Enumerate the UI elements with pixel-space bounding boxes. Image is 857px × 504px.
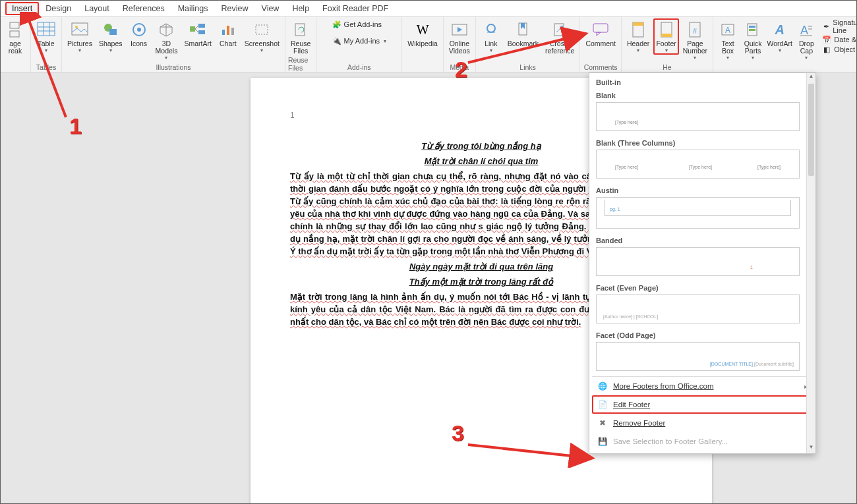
textbox-button[interactable]: AText Box xyxy=(716,18,740,62)
tab-references[interactable]: References xyxy=(116,1,171,16)
shapes-button[interactable]: Shapes xyxy=(96,18,125,55)
scroll-up-icon[interactable]: ▲ xyxy=(807,73,815,82)
link-icon xyxy=(481,20,501,40)
my-addins-button[interactable]: 🔌My Add-ins▾ xyxy=(332,36,386,45)
dropcap-button[interactable]: ADrop Cap xyxy=(794,18,818,62)
link-button[interactable]: Link xyxy=(479,18,504,55)
tab-layout[interactable]: Layout xyxy=(78,1,116,16)
annotation-number-1: 1 xyxy=(69,113,82,139)
crossref-icon xyxy=(550,20,570,40)
bookmark-button[interactable]: Bookmark xyxy=(505,18,541,49)
svg-rect-17 xyxy=(198,24,205,28)
header-button[interactable]: Header xyxy=(624,18,652,55)
group-pages: age reak xyxy=(0,17,31,72)
group-reusefiles: Reuse Files Reuse Files xyxy=(285,17,316,72)
tab-help[interactable]: Help xyxy=(285,1,316,16)
dd-label-blank: Blank xyxy=(592,88,804,101)
document-canvas: 1 Từ ấy trong tôi bừng nắng hạ Mặt trời … xyxy=(0,72,857,504)
reuse-files-button[interactable]: Reuse Files xyxy=(288,18,313,56)
wordart-icon: A xyxy=(770,20,790,40)
signature-line-button[interactable]: ✒Signature Line▾ xyxy=(822,18,857,34)
footer-dropdown: Built-in Blank [Type here] Blank (Three … xyxy=(589,72,816,454)
svg-rect-34 xyxy=(593,24,608,32)
chevron-down-icon xyxy=(665,47,668,53)
more-footers-link[interactable]: 🌐 More Footers from Office.com ▸ xyxy=(592,377,813,395)
pagenumber-icon: # xyxy=(685,20,705,40)
quickparts-button[interactable]: Quick Parts xyxy=(741,18,765,62)
scroll-thumb[interactable] xyxy=(808,84,814,176)
tab-design[interactable]: Design xyxy=(39,1,78,16)
comment-button[interactable]: Comment xyxy=(583,18,618,49)
svg-point-8 xyxy=(75,26,78,28)
svg-rect-16 xyxy=(190,26,195,32)
object-icon: ◧ xyxy=(822,45,831,54)
dd-label-banded: Banded xyxy=(592,233,804,246)
footer-preset-austin[interactable]: pg. 1 xyxy=(596,197,800,229)
svg-rect-45 xyxy=(749,26,755,28)
svg-rect-1 xyxy=(10,31,19,37)
dropdown-scrollbar[interactable]: ▲ ▼ xyxy=(806,73,815,453)
table-button[interactable]: Table xyxy=(34,18,59,55)
table-icon xyxy=(36,20,56,40)
dd-section-builtin: Built-in xyxy=(592,76,804,88)
3dmodels-button[interactable]: 3D Models xyxy=(153,18,181,62)
chevron-down-icon xyxy=(779,47,781,53)
screenshot-button[interactable]: Screenshot xyxy=(242,18,282,55)
footer-preset-facet-even[interactable]: [Author name] | [SCHOOL] xyxy=(596,294,800,323)
get-addins-button[interactable]: 🧩Get Add-ins xyxy=(332,20,386,29)
date-time-button[interactable]: 📅Date & Time xyxy=(822,35,857,44)
page-break-button[interactable]: age reak xyxy=(3,18,28,56)
page-break-icon xyxy=(5,20,25,40)
footer-preset-blank3[interactable]: [Type here] [Type here] [Type here] xyxy=(596,150,800,179)
tab-review[interactable]: Review xyxy=(215,1,255,16)
smartart-button[interactable]: SmartArt xyxy=(181,18,214,49)
group-links: Link Bookmark Cross- reference Links xyxy=(476,17,581,72)
crossref-button[interactable]: Cross- reference xyxy=(543,18,577,56)
footer-icon xyxy=(657,20,676,40)
chevron-down-icon xyxy=(260,47,263,53)
chevron-down-icon xyxy=(805,55,808,61)
footer-preset-facet-odd[interactable]: [DOCUMENT TITLE] [Document subtitle] xyxy=(596,342,800,371)
wordart-button[interactable]: AWordArt xyxy=(766,18,793,55)
edit-footer-link[interactable]: 📄 Edit Footer xyxy=(592,395,813,414)
tab-view[interactable]: View xyxy=(255,1,286,16)
header-icon xyxy=(628,20,648,40)
tab-mailings[interactable]: Mailings xyxy=(171,1,215,16)
bookmark-icon xyxy=(513,20,533,40)
svg-rect-10 xyxy=(109,29,117,35)
dd-label-blank3: Blank (Three Columns) xyxy=(592,135,804,148)
remove-footer-link[interactable]: ✖ Remove Footer xyxy=(592,414,813,432)
smartart-icon xyxy=(188,20,208,40)
pagenumber-button[interactable]: #Page Number xyxy=(680,18,710,62)
pictures-icon xyxy=(70,20,90,40)
svg-line-20 xyxy=(195,29,198,32)
svg-text:A: A xyxy=(725,26,730,35)
screenshot-icon xyxy=(252,20,272,40)
svg-marker-35 xyxy=(597,32,601,36)
chart-button[interactable]: Chart xyxy=(216,18,241,49)
chevron-down-icon xyxy=(726,55,729,61)
footer-preset-banded[interactable]: 1 xyxy=(596,247,800,276)
addins-icon: 🔌 xyxy=(332,36,341,45)
online-videos-button[interactable]: Online Videos xyxy=(446,18,473,56)
chevron-down-icon xyxy=(165,55,167,61)
globe-icon: 🌐 xyxy=(597,381,608,391)
object-button[interactable]: ◧Object▾ xyxy=(822,45,857,54)
footer-preset-blank[interactable]: [Type here] xyxy=(596,102,800,131)
svg-rect-37 xyxy=(633,22,643,26)
wikipedia-icon: W xyxy=(413,20,432,40)
chevron-down-icon xyxy=(45,47,47,53)
tab-insert[interactable]: Insert xyxy=(5,2,39,15)
chevron-down-icon xyxy=(490,47,492,53)
tab-foxit[interactable]: Foxit Reader PDF xyxy=(316,1,395,16)
footer-button[interactable]: Footer xyxy=(653,18,678,55)
icons-button[interactable]: Icons xyxy=(127,18,152,49)
svg-rect-0 xyxy=(10,22,19,28)
svg-rect-25 xyxy=(295,24,305,36)
group-tables: Table Tables xyxy=(31,17,62,72)
quickparts-icon xyxy=(743,20,763,40)
wikipedia-button[interactable]: WWikipedia xyxy=(405,18,440,49)
chevron-down-icon xyxy=(637,47,639,53)
scroll-down-icon[interactable]: ▼ xyxy=(807,444,815,453)
pictures-button[interactable]: Pictures xyxy=(65,18,95,55)
